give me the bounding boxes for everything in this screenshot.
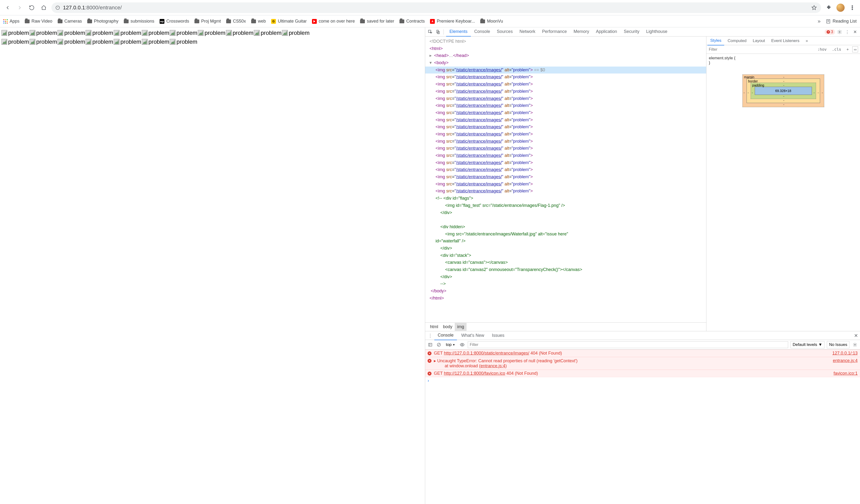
- live-expr-icon[interactable]: [459, 342, 465, 348]
- inspect-icon[interactable]: [427, 29, 433, 35]
- drawer-menu-icon[interactable]: ⋮: [427, 332, 433, 339]
- console-error-row[interactable]: ✕▸ Uncaught TypeError: Cannot read prope…: [425, 357, 860, 370]
- broken-image: problem: [114, 29, 141, 37]
- broken-image: problem: [30, 29, 57, 37]
- svg-point-4: [852, 5, 853, 6]
- devtools-tab-performance[interactable]: Performance: [539, 27, 570, 36]
- browser-toolbar: 127.0.0.1:8000/entrance/: [0, 0, 860, 15]
- styles-sidebar: StylesComputedLayoutEvent Listeners» :ho…: [706, 36, 860, 331]
- broken-image: problem: [226, 29, 254, 37]
- styles-more-icon[interactable]: ▭: [852, 46, 858, 53]
- box-model-diagram[interactable]: margin - - - - border - - - - padding: [743, 74, 824, 107]
- svg-point-19: [855, 344, 856, 345]
- styles-tabs: StylesComputedLayoutEvent Listeners»: [706, 36, 860, 45]
- device-icon[interactable]: [435, 29, 441, 35]
- box-model-content: 69.328×18: [755, 87, 812, 95]
- dom-breadcrumb[interactable]: html body img: [425, 322, 706, 331]
- bookmark-item[interactable]: come on over here: [312, 19, 355, 24]
- url-text: 127.0.0.1:8000/entrance/: [63, 4, 122, 11]
- styles-tab[interactable]: Computed: [725, 36, 749, 45]
- bookmarks-bar: AppsRaw VideoCamerasPhotographysubmissio…: [0, 15, 860, 27]
- svg-point-6: [852, 9, 853, 10]
- bookmarks-overflow[interactable]: »: [818, 18, 820, 25]
- devtools-tabs: ElementsConsoleSourcesNetworkPerformance…: [425, 27, 860, 36]
- home-button[interactable]: [40, 3, 48, 12]
- bookmark-item[interactable]: Contracts: [400, 19, 425, 24]
- console-filter-input[interactable]: [468, 341, 788, 348]
- devtools-tab-console[interactable]: Console: [471, 27, 493, 36]
- broken-image: problem: [86, 38, 113, 46]
- bookmark-item[interactable]: Cameras: [58, 19, 82, 24]
- svg-point-13: [839, 31, 840, 32]
- chrome-menu-icon[interactable]: [848, 3, 857, 12]
- devtools-close-icon[interactable]: ✕: [852, 29, 858, 35]
- reading-list-button[interactable]: Reading List: [826, 19, 857, 24]
- drawer-tab[interactable]: Console: [434, 331, 457, 340]
- dom-tree[interactable]: <!DOCTYPE html> <html> ▸ <head>…</head> …: [425, 36, 706, 322]
- console-output[interactable]: ✕GET http://127.0.0.1:8000/static/entran…: [425, 350, 860, 384]
- drawer-tab[interactable]: What's New: [458, 331, 487, 340]
- bookmark-item[interactable]: MoonVu: [480, 19, 503, 24]
- bookmark-item[interactable]: Apps: [3, 19, 19, 24]
- profile-avatar[interactable]: [836, 4, 845, 12]
- clear-console-icon[interactable]: [436, 342, 442, 348]
- devtools-menu-icon[interactable]: ⋮: [844, 29, 850, 35]
- crumb-html[interactable]: html: [428, 323, 441, 331]
- console-context-select[interactable]: top ▼: [444, 342, 457, 347]
- svg-point-5: [852, 7, 853, 8]
- bookmark-item[interactable]: Proj Mgmt: [195, 19, 221, 24]
- bookmark-item[interactable]: web: [251, 19, 266, 24]
- svg-point-18: [461, 344, 463, 345]
- broken-image: problem: [1, 38, 29, 46]
- element-style-rule[interactable]: element.style { }: [706, 54, 860, 67]
- back-button[interactable]: [3, 3, 12, 12]
- bookmark-item[interactable]: Raw Video: [25, 19, 53, 24]
- bookmark-item[interactable]: CS50x: [226, 19, 246, 24]
- devtools-tab-security[interactable]: Security: [620, 27, 643, 36]
- star-icon[interactable]: [811, 4, 817, 11]
- console-error-row[interactable]: ✕GET http://127.0.0.1:8000/favicon.ico 4…: [425, 370, 860, 377]
- devtools-tab-memory[interactable]: Memory: [570, 27, 592, 36]
- devtools-tab-application[interactable]: Application: [592, 27, 620, 36]
- broken-image: problem: [142, 38, 170, 46]
- cls-toggle[interactable]: .cls: [830, 46, 843, 53]
- broken-image: problem: [114, 38, 141, 46]
- broken-image: problem: [1, 29, 29, 37]
- drawer-close-icon[interactable]: ✕: [854, 333, 858, 339]
- bookmark-item[interactable]: wpCrosswords: [160, 19, 189, 24]
- no-issues-badge[interactable]: No Issues: [827, 341, 849, 348]
- devtools-tab-sources[interactable]: Sources: [493, 27, 516, 36]
- broken-image: problem: [142, 29, 170, 37]
- styles-tab[interactable]: Event Listeners: [769, 36, 802, 45]
- hov-toggle[interactable]: :hov: [816, 46, 829, 53]
- devtools-tab-elements[interactable]: Elements: [446, 27, 471, 36]
- drawer-tab[interactable]: Issues: [489, 331, 508, 340]
- bookmark-item[interactable]: APremiere Keyboar...: [430, 19, 475, 24]
- crumb-img[interactable]: img: [455, 323, 467, 331]
- console-error-row[interactable]: ✕GET http://127.0.0.1:8000/static/entran…: [425, 350, 860, 357]
- forward-button[interactable]: [15, 3, 24, 12]
- new-style-button[interactable]: +: [845, 46, 851, 53]
- devtools-tab-network[interactable]: Network: [516, 27, 539, 36]
- reload-button[interactable]: [27, 3, 36, 12]
- bookmark-item[interactable]: Photography: [87, 19, 118, 24]
- devtools-tab-lighthouse[interactable]: Lighthouse: [643, 27, 671, 36]
- console-sidebar-icon[interactable]: [427, 342, 433, 348]
- broken-image: problem: [170, 29, 197, 37]
- styles-filter-input[interactable]: [708, 47, 814, 52]
- console-settings-icon[interactable]: [852, 342, 858, 348]
- styles-tab[interactable]: Layout: [750, 36, 768, 45]
- console-prompt[interactable]: ›: [425, 377, 860, 384]
- broken-image: problem: [86, 29, 113, 37]
- bookmark-item[interactable]: GUltimate Guitar: [271, 19, 307, 24]
- styles-more-tabs[interactable]: »: [803, 36, 811, 45]
- error-count-badge[interactable]: ✕3: [825, 29, 835, 34]
- crumb-body[interactable]: body: [441, 323, 455, 331]
- bookmark-item[interactable]: submissions: [124, 19, 154, 24]
- address-bar[interactable]: 127.0.0.1:8000/entrance/: [52, 2, 821, 13]
- devtools-settings-icon[interactable]: [836, 29, 843, 35]
- styles-tab[interactable]: Styles: [707, 36, 724, 45]
- log-levels-select[interactable]: Default levels ▼: [790, 341, 825, 348]
- extensions-icon[interactable]: [825, 3, 833, 12]
- bookmark-item[interactable]: saved for later: [360, 19, 394, 24]
